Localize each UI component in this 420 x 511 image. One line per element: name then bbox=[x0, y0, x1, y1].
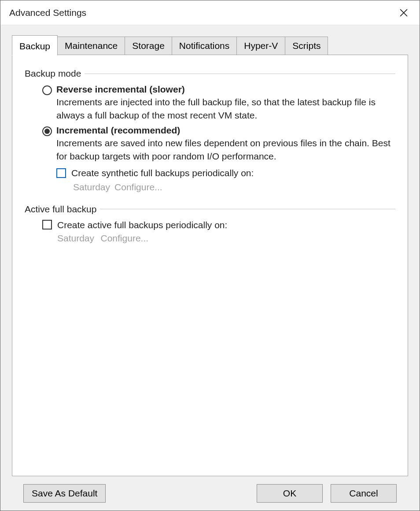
tab-storage[interactable]: Storage bbox=[125, 37, 172, 55]
close-button[interactable] bbox=[395, 4, 413, 22]
divider bbox=[85, 74, 395, 74]
group-active-full: Active full backup bbox=[25, 204, 395, 215]
group-label: Backup mode bbox=[25, 68, 85, 79]
cancel-button[interactable]: Cancel bbox=[331, 484, 397, 503]
option-description: Increments are injected into the full ba… bbox=[56, 96, 395, 122]
synthetic-full-row: Create synthetic full backups periodical… bbox=[56, 168, 395, 178]
tab-scripts[interactable]: Scripts bbox=[285, 37, 328, 55]
close-icon bbox=[400, 9, 408, 17]
active-full-label: Create active full backups periodically … bbox=[57, 220, 227, 230]
option-incremental[interactable]: Incremental (recommended) Increments are… bbox=[42, 125, 395, 193]
save-as-default-button[interactable]: Save As Default bbox=[23, 484, 106, 503]
titlebar: Advanced Settings bbox=[0, 0, 420, 25]
advanced-settings-dialog: Advanced Settings Backup Maintenance Sto… bbox=[0, 0, 420, 511]
radio-incremental[interactable] bbox=[42, 126, 52, 136]
radio-reverse-incremental[interactable] bbox=[42, 85, 52, 95]
group-label: Active full backup bbox=[25, 204, 100, 215]
option-title: Reverse incremental (slower) bbox=[56, 84, 395, 95]
tab-maintenance[interactable]: Maintenance bbox=[57, 37, 125, 55]
active-full-row: Create active full backups periodically … bbox=[42, 220, 395, 244]
active-full-day: Saturday bbox=[57, 233, 94, 243]
checkbox-synthetic-full[interactable] bbox=[56, 168, 66, 178]
tab-hyper-v[interactable]: Hyper-V bbox=[236, 37, 285, 55]
option-description: Increments are saved into new files depe… bbox=[56, 137, 395, 163]
ok-button[interactable]: OK bbox=[257, 484, 323, 503]
checkbox-active-full[interactable] bbox=[42, 220, 52, 230]
active-full-schedule: Saturday Configure... bbox=[57, 233, 227, 244]
synthetic-full-label: Create synthetic full backups periodical… bbox=[71, 168, 254, 178]
synthetic-full-schedule: Saturday Configure... bbox=[73, 182, 395, 193]
tab-notifications[interactable]: Notifications bbox=[172, 37, 237, 55]
option-reverse-incremental[interactable]: Reverse incremental (slower) Increments … bbox=[42, 84, 395, 122]
group-backup-mode: Backup mode bbox=[25, 68, 395, 79]
option-title: Incremental (recommended) bbox=[56, 125, 395, 136]
synthetic-day: Saturday bbox=[73, 182, 110, 193]
divider bbox=[100, 209, 395, 209]
active-full-configure-link[interactable]: Configure... bbox=[101, 233, 149, 243]
dialog-footer: Save As Default OK Cancel bbox=[12, 476, 408, 511]
tab-bar: Backup Maintenance Storage Notifications… bbox=[12, 37, 408, 55]
tab-backup[interactable]: Backup bbox=[12, 35, 58, 56]
dialog-title: Advanced Settings bbox=[9, 7, 395, 18]
tab-panel-backup: Backup mode Reverse incremental (slower)… bbox=[12, 55, 408, 476]
synthetic-configure-link[interactable]: Configure... bbox=[114, 182, 162, 193]
